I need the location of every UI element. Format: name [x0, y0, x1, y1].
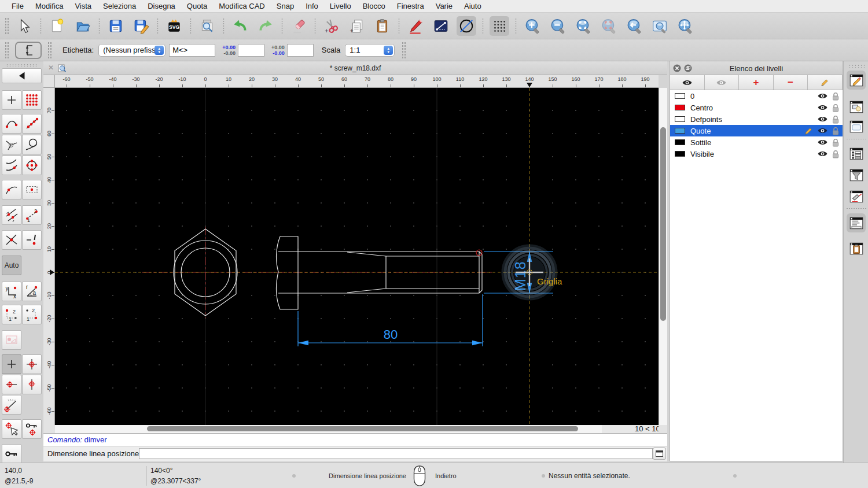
menu-file[interactable]: File	[6, 2, 30, 10]
toolbar-handle[interactable]	[402, 42, 406, 59]
set-relative-zero-button[interactable]	[2, 419, 21, 439]
save-button[interactable]	[106, 16, 126, 36]
back-button[interactable]	[2, 68, 42, 83]
snap-tangential-button[interactable]	[22, 135, 42, 154]
layer-color-swatch[interactable]	[675, 93, 685, 99]
snap-center-button[interactable]	[22, 156, 42, 175]
zoom-window-button[interactable]	[650, 16, 670, 36]
grid-toggle-button[interactable]	[490, 16, 509, 36]
menu-vista[interactable]: Vista	[69, 2, 97, 10]
vertical-scrollbar[interactable]	[659, 88, 667, 425]
menu-seleziona[interactable]: Seleziona	[97, 2, 142, 10]
menu-info[interactable]: Info	[300, 2, 324, 10]
edit-layer-button[interactable]	[808, 75, 843, 90]
command-input[interactable]	[139, 448, 653, 459]
remove-layer-button[interactable]: −	[774, 75, 808, 90]
zoom-in-button[interactable]	[523, 16, 542, 36]
restrict-nothing-button[interactable]	[2, 354, 21, 374]
relative-zero-lock-button[interactable]	[2, 444, 21, 464]
snap-endpoints-button[interactable]	[2, 114, 21, 134]
lock-relative-zero-button[interactable]	[22, 419, 42, 439]
tolerance-lower-field[interactable]	[287, 44, 314, 57]
svg-export-button[interactable]: SVG	[164, 16, 184, 36]
delete-entities-button[interactable]	[289, 16, 308, 36]
clipboard-window-toggle[interactable]	[847, 239, 866, 258]
toolbar-handle[interactable]	[47, 42, 52, 59]
dock-handle[interactable]	[848, 64, 865, 68]
menu-quota[interactable]: Quota	[181, 2, 213, 10]
redo-button[interactable]	[256, 16, 275, 36]
add-layer-button[interactable]: +	[739, 75, 774, 90]
layer-visibility-eye-icon[interactable]	[817, 104, 828, 111]
zoom-pan-button[interactable]	[675, 16, 695, 36]
layer-visibility-eye-icon[interactable]	[817, 127, 828, 134]
toolbar-handle[interactable]	[5, 42, 9, 59]
snap-distance-button[interactable]	[2, 180, 21, 199]
restrict-orthogonal-button[interactable]	[22, 354, 42, 374]
zoom-previous-button[interactable]	[624, 16, 644, 36]
prefix-dropdown[interactable]: (Nessun prefiss ▲▼	[98, 44, 165, 57]
snap-auto-button[interactable]: Auto	[2, 256, 21, 275]
layer-color-swatch[interactable]	[675, 139, 685, 145]
vertical-scrollbar-thumb[interactable]	[660, 127, 666, 321]
layer-row-centro[interactable]: Centro	[670, 102, 843, 113]
snap-on-entity-button[interactable]	[22, 114, 42, 134]
layer-visibility-eye-icon[interactable]	[817, 139, 828, 146]
command-history-line[interactable]: Comando: dimver	[43, 433, 667, 446]
snap-restriction-button[interactable]	[2, 205, 21, 225]
menu-aiuto[interactable]: Aiuto	[458, 2, 487, 10]
open-file-button[interactable]	[73, 16, 93, 36]
horizontal-scrollbar-thumb[interactable]	[147, 426, 578, 431]
library-browser-window-toggle[interactable]	[847, 117, 866, 136]
layer-visibility-eye-icon[interactable]	[817, 116, 828, 123]
snap-intersection-manual-button[interactable]	[22, 230, 42, 250]
copy-button[interactable]: +	[347, 16, 367, 36]
zoom-auto-button[interactable]	[573, 16, 593, 36]
corner-first-second-button[interactable]: 12	[2, 305, 21, 324]
menu-disegna[interactable]: Disegna	[142, 2, 181, 10]
layer-color-swatch[interactable]	[675, 116, 685, 122]
snap-perpendicular-button[interactable]	[2, 135, 21, 154]
palette-handle[interactable]	[6, 64, 37, 67]
coordinate-cartesian-button[interactable]: yx	[2, 282, 21, 301]
snap-free-button[interactable]	[2, 90, 21, 110]
layer-lock-icon[interactable]	[832, 138, 839, 147]
zoom-selection-button[interactable]	[599, 16, 619, 36]
layer-visibility-eye-icon[interactable]	[817, 93, 828, 99]
hide-all-layers-button[interactable]	[705, 75, 740, 90]
undo-button[interactable]	[230, 16, 250, 36]
selection-arrow-button[interactable]	[14, 16, 34, 36]
cut-button[interactable]: +	[322, 16, 341, 36]
filter-window-toggle[interactable]	[847, 165, 866, 184]
drawing-canvas[interactable]: 80 M18 Griglia	[55, 88, 659, 425]
corner-second-first-button[interactable]: 12	[22, 305, 42, 324]
toolbar-handle[interactable]	[5, 17, 9, 35]
menu-snap[interactable]: Snap	[271, 2, 300, 10]
layer-edit-pencil-icon[interactable]	[804, 127, 813, 135]
layer-lock-icon[interactable]	[832, 103, 839, 112]
scala-dropdown[interactable]: 1:1 ▲▼	[345, 44, 395, 57]
draw-pencil-button[interactable]	[406, 16, 425, 36]
horizontal-scrollbar[interactable]	[55, 425, 625, 433]
print-preview-button[interactable]	[197, 16, 217, 36]
pen-window-toggle[interactable]	[847, 187, 866, 206]
layer-visibility-eye-icon[interactable]	[817, 150, 828, 157]
layer-color-swatch[interactable]	[675, 151, 685, 157]
menu-livello[interactable]: Livello	[324, 2, 357, 10]
paste-button[interactable]	[373, 16, 392, 36]
block-list-window-toggle[interactable]	[847, 97, 866, 116]
dimension-80[interactable]: 80	[298, 294, 483, 346]
snap-grid-button[interactable]	[22, 90, 42, 110]
coordinate-polar-button[interactable]: ra	[22, 282, 42, 301]
layer-row-visibile[interactable]: Visibile	[670, 148, 843, 160]
draw-circle-button[interactable]	[457, 16, 476, 36]
layer-row-0[interactable]: 0	[670, 90, 843, 102]
draw-line-button[interactable]	[431, 16, 451, 36]
menu-modifica[interactable]: Modifica	[30, 2, 69, 10]
layer-row-sottile[interactable]: Sottile	[670, 136, 843, 148]
entity-list-window-toggle[interactable]	[847, 144, 866, 163]
show-all-layers-button[interactable]	[670, 75, 705, 90]
command-line-window-toggle[interactable]	[847, 213, 866, 232]
menu-varie[interactable]: Varie	[430, 2, 458, 10]
snap-reference-button[interactable]	[2, 330, 21, 350]
